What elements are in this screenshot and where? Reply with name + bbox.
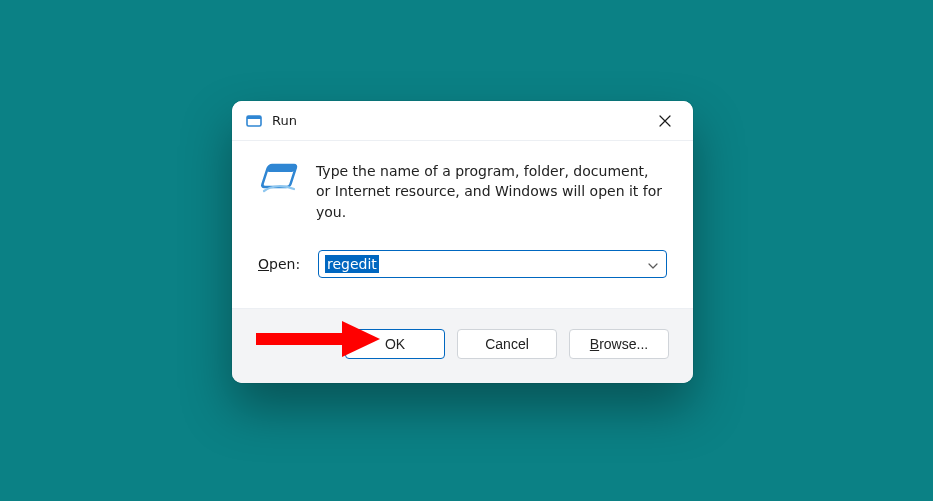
description-row: Type the name of a program, folder, docu…: [258, 161, 667, 222]
open-row: Open: regedit: [258, 250, 667, 278]
dialog-title: Run: [272, 113, 297, 128]
open-label: Open:: [258, 256, 304, 272]
open-combobox[interactable]: regedit: [318, 250, 667, 278]
browse-button[interactable]: Browse...: [569, 329, 669, 359]
svg-rect-3: [266, 165, 296, 172]
titlebar: Run: [232, 101, 693, 141]
description-text: Type the name of a program, folder, docu…: [316, 161, 667, 222]
open-input-value: regedit: [325, 255, 379, 273]
button-bar: OK Cancel Browse...: [232, 308, 693, 383]
ok-button[interactable]: OK: [345, 329, 445, 359]
chevron-down-icon: [648, 256, 658, 272]
cancel-button[interactable]: Cancel: [457, 329, 557, 359]
dialog-body: Type the name of a program, folder, docu…: [232, 141, 693, 308]
svg-rect-1: [247, 116, 261, 119]
run-large-icon: [258, 161, 298, 195]
run-icon: [246, 113, 262, 129]
close-icon: [659, 115, 671, 127]
close-button[interactable]: [643, 106, 687, 136]
run-dialog: Run Type the name of a program, folder, …: [232, 101, 693, 383]
